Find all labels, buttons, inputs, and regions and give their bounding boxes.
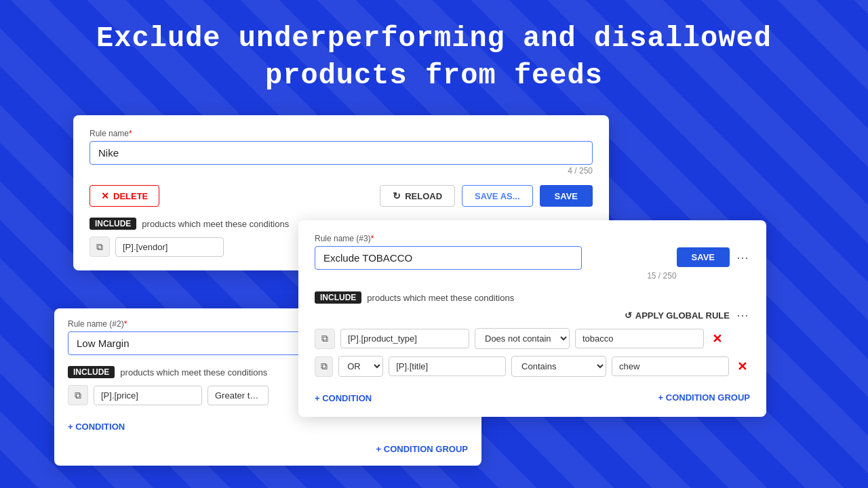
card3-add-condition[interactable]: + CONDITION — [315, 393, 372, 403]
card3-operator-2[interactable]: Contains Does not contain Equals — [511, 356, 606, 377]
card3-field-2[interactable] — [389, 357, 506, 376]
card3-apply-global-row: ↺ APPLY GLOBAL RULE ⋯ — [315, 309, 750, 321]
card1-include-text: products which meet these conditions — [142, 219, 289, 229]
card2-include-text: products which meet these conditions — [120, 367, 267, 378]
card3-value-2[interactable] — [612, 357, 729, 376]
card3-connector-2[interactable]: OR AND — [338, 356, 383, 377]
card2-add-condition[interactable]: + CONDITION — [68, 422, 125, 432]
card3-operator-wrapper-2: Contains Does not contain Equals — [511, 356, 606, 377]
card3-include-badge: INCLUDE — [315, 291, 361, 304]
card3-operator-wrapper-1: Does not contain Contains Equals Does no… — [475, 328, 570, 349]
card1-rule-label: Rule name* — [90, 129, 593, 138]
card3-header: Rule name (#3)* 15 / 250 SAVE ⋯ — [315, 234, 750, 281]
cards-container: Rule name* 4 / 250 ✕ DELETE ↻ RELOAD SAV… — [0, 115, 868, 488]
card3-condition-row-2: ⧉ OR AND Contains Does not contain Equal… — [315, 356, 750, 377]
delete-icon: ✕ — [101, 190, 109, 201]
card1-save-as-button[interactable]: SAVE AS... — [462, 185, 532, 207]
card1-delete-button[interactable]: ✕ DELETE — [90, 185, 159, 207]
card3-operator-1[interactable]: Does not contain Contains Equals Does no… — [475, 328, 570, 349]
card1-btn-group: ↻ RELOAD SAVE AS... SAVE — [380, 185, 593, 207]
card3-bottom: + CONDITION + CONDITION GROUP — [315, 385, 750, 403]
card3-apply-global[interactable]: ↺ APPLY GLOBAL RULE — [625, 310, 730, 321]
card3-remove-btn-2[interactable]: ✕ — [734, 359, 750, 374]
card3-char-count: 15 / 250 — [315, 271, 677, 281]
card3-apply-more-button[interactable]: ⋯ — [735, 309, 750, 321]
card1-rule-input[interactable] — [90, 141, 593, 165]
card3-more-button[interactable]: ⋯ — [735, 251, 750, 264]
card3-copy-btn-1[interactable]: ⧉ — [315, 329, 335, 349]
card3-save-button[interactable]: SAVE — [677, 247, 730, 267]
card3-condition-row-1: ⧉ Does not contain Contains Equals Does … — [315, 328, 750, 349]
card3-rule-label: Rule name (#3)* — [315, 234, 677, 243]
card-3: Rule name (#3)* 15 / 250 SAVE ⋯ INCLUDE … — [298, 220, 766, 417]
card1-reload-button[interactable]: ↻ RELOAD — [380, 185, 455, 207]
header-title: Exclude underperforming and disallowed p… — [41, 20, 827, 94]
card1-field: [P].[vendor] — [115, 237, 224, 257]
card1-toolbar: ✕ DELETE ↻ RELOAD SAVE AS... SAVE — [90, 185, 593, 207]
card1-save-button[interactable]: SAVE — [540, 185, 593, 207]
card3-header-left: Rule name (#3)* 15 / 250 — [315, 234, 677, 281]
card3-add-condition-group[interactable]: + CONDITION GROUP — [658, 392, 750, 403]
reload-icon: ↻ — [393, 190, 401, 201]
card3-include-text: products which meet these conditions — [367, 293, 514, 303]
card3-toolbar: SAVE ⋯ — [677, 247, 750, 267]
card2-include-badge: INCLUDE — [68, 366, 115, 378]
card1-include-badge: INCLUDE — [90, 218, 136, 230]
card2-field: [P].[price] — [94, 386, 202, 405]
card2-copy-button[interactable]: ⧉ — [68, 385, 88, 405]
card1-copy-button[interactable]: ⧉ — [90, 237, 110, 257]
card2-operator: Greater th... — [208, 386, 269, 405]
card1-char-count: 4 / 250 — [90, 166, 593, 176]
card3-remove-btn-1[interactable]: ✕ — [709, 331, 725, 346]
card3-include-bar: INCLUDE products which meet these condit… — [315, 291, 750, 304]
global-rule-icon: ↺ — [625, 310, 632, 321]
card3-copy-btn-2[interactable]: ⧉ — [315, 357, 333, 377]
card3-field-1[interactable] — [340, 329, 469, 348]
header-section: Exclude underperforming and disallowed p… — [0, 0, 868, 108]
card3-rule-input[interactable] — [315, 246, 582, 270]
card2-group-link-row: + CONDITION GROUP — [68, 437, 468, 455]
card2-add-condition-group[interactable]: + CONDITION GROUP — [376, 444, 468, 454]
card3-value-1[interactable] — [575, 329, 704, 348]
